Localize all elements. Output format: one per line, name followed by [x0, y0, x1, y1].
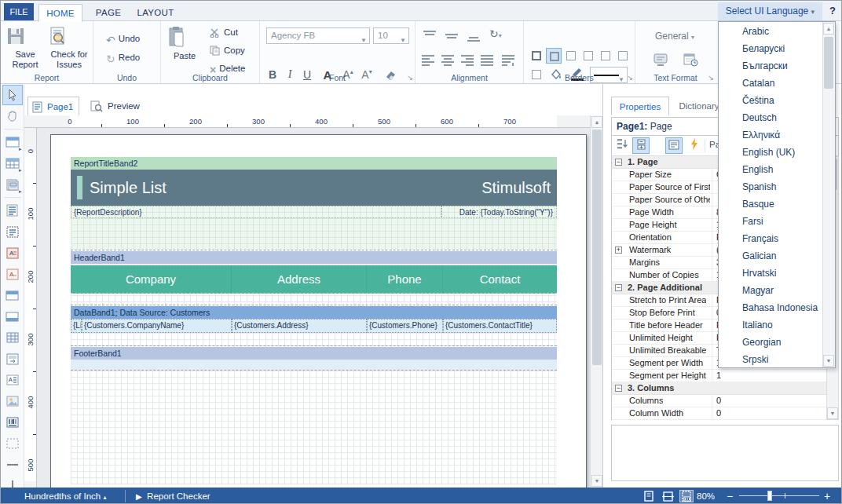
language-menu-item[interactable]: Deutsch	[719, 109, 822, 126]
report-title-text[interactable]: Simple List	[90, 170, 167, 206]
language-menu-item[interactable]: Български	[719, 57, 822, 75]
language-menu-item[interactable]: Ελληνικά	[719, 126, 822, 144]
scrollbar-thumb[interactable]	[824, 37, 833, 89]
tab-page1[interactable]: Page1	[27, 97, 79, 115]
text-format-dialog-launcher-icon[interactable]: ↘	[708, 74, 714, 82]
text-condition-button[interactable]	[653, 53, 668, 70]
align-left-icon[interactable]	[422, 54, 434, 65]
date-cell[interactable]: Date: {Today.ToString("Y")}	[441, 206, 557, 218]
language-menu-item[interactable]: English (UK)	[719, 144, 822, 161]
borders-dialog-launcher-icon[interactable]: ↘	[627, 74, 633, 82]
html-text-tool[interactable]: A	[2, 264, 23, 284]
property-value[interactable]: 0	[716, 396, 721, 405]
language-menu-item[interactable]: Magyar	[719, 282, 822, 299]
header-band-header[interactable]: HeaderBand1	[71, 251, 557, 264]
data-cell-line[interactable]: {Line}	[71, 319, 82, 333]
text-in-cells-tool[interactable]: A	[2, 370, 23, 390]
scroll-up-icon[interactable]: ▲	[823, 23, 834, 35]
language-menu-item[interactable]: Bahasa Indonesia	[719, 299, 822, 316]
border-outside-button[interactable]	[546, 48, 562, 64]
select-ui-language-button[interactable]: Select UI Language ▾	[718, 2, 822, 20]
hand-tool[interactable]	[2, 106, 23, 126]
tab-properties[interactable]: Properties	[611, 97, 669, 115]
text-tool[interactable]	[2, 200, 23, 221]
language-menu-item[interactable]: Galician	[719, 247, 822, 265]
report-title-band-header[interactable]: ReportTitleBand2	[71, 157, 557, 170]
align-middle-icon[interactable]	[445, 31, 458, 42]
property-row[interactable]: Columns0	[612, 395, 826, 407]
language-menu-item[interactable]: Spanish	[719, 178, 822, 195]
header-cell-company[interactable]: Company	[71, 265, 232, 294]
align-center-icon[interactable]	[441, 54, 454, 65]
components-menu-tool[interactable]: ▸	[2, 174, 23, 195]
zoom-in-button[interactable]: +	[824, 488, 830, 504]
language-menu-item[interactable]: Беларускі	[719, 40, 822, 57]
bands-menu-tool[interactable]: ▸	[2, 132, 23, 152]
language-menu-item[interactable]: Hrvatski	[719, 265, 822, 282]
language-menu-item[interactable]: Français	[719, 230, 822, 247]
property-row[interactable]: Segment per Height1	[612, 370, 826, 382]
undo-button[interactable]: ↶Undo	[106, 34, 140, 46]
footer-band-area[interactable]	[71, 360, 557, 371]
file-menu-button[interactable]: FILE	[4, 3, 34, 20]
word-wrap-icon[interactable]	[502, 54, 514, 65]
select-tool[interactable]	[2, 85, 23, 105]
date-format-button[interactable]	[683, 53, 698, 70]
data-cell-contact-title[interactable]: {Customers.ContactTitle}	[443, 319, 557, 333]
rich-text-tool[interactable]: A	[2, 243, 23, 263]
language-menu-item[interactable]: Arabic	[719, 23, 822, 40]
property-value[interactable]: 1	[716, 371, 721, 380]
language-menu-item[interactable]: English	[719, 161, 822, 178]
sort-categorized-button[interactable]	[632, 137, 650, 154]
help-button[interactable]: ?	[826, 3, 839, 19]
data-cell-address[interactable]: {Customers.Address}	[232, 319, 367, 333]
border-left-button[interactable]	[598, 48, 613, 64]
design-canvas[interactable]: ReportTitleBand2 Simple List Stimulsoft …	[37, 128, 590, 488]
sort-alphabetical-button[interactable]	[613, 137, 631, 154]
border-bottom-button[interactable]	[580, 48, 596, 64]
property-row[interactable]: Column Width0	[612, 407, 826, 420]
report-page[interactable]: ReportTitleBand2 Simple List Stimulsoft …	[50, 134, 587, 488]
copy-button[interactable]: Copy	[210, 46, 245, 57]
data-cell-phone[interactable]: {Customers.Phone}	[367, 319, 443, 333]
text-box-tool[interactable]	[2, 221, 23, 242]
align-bottom-icon[interactable]	[467, 31, 480, 42]
check-for-issues-button[interactable]: Check for Issues	[48, 24, 90, 70]
text-rotation-button[interactable]: ↻▾	[489, 27, 502, 40]
report-description-cell[interactable]: {ReportDescription}	[71, 206, 441, 218]
text-format-combo[interactable]: General ▾	[635, 31, 714, 42]
data-cell-company-name[interactable]: {Customers.CompanyName}	[82, 319, 232, 333]
sub-report-tool[interactable]	[2, 349, 23, 369]
horizontal-line-tool[interactable]	[2, 455, 23, 475]
font-size-combo[interactable]: 10▼	[373, 27, 409, 44]
tab-page[interactable]: PAGE	[89, 4, 128, 21]
tab-home[interactable]: HOME	[38, 4, 82, 22]
language-menu-item[interactable]: Čeština	[719, 92, 822, 109]
show-description-button[interactable]	[665, 137, 683, 154]
zoom-level-value[interactable]: 80%	[697, 488, 715, 504]
barcode-tool[interactable]	[2, 412, 23, 433]
language-menu-scrollbar[interactable]: ▲ ▼	[822, 22, 835, 367]
units-selector[interactable]: Hundredths of Inch ▴	[24, 488, 106, 504]
language-menu-item[interactable]: Basque	[719, 195, 822, 213]
property-category-row[interactable]: −3. Columns	[612, 382, 826, 395]
border-top-button[interactable]	[563, 48, 579, 64]
data-band-header[interactable]: DataBand1; Data Source: Customers	[71, 306, 557, 319]
paste-button[interactable]: Paste	[167, 24, 202, 61]
collapse-icon[interactable]: −	[615, 385, 622, 392]
font-dialog-launcher-icon[interactable]: ↘	[407, 74, 413, 82]
header-cell-address[interactable]: Address	[232, 265, 367, 294]
collapse-icon[interactable]: −	[615, 284, 622, 291]
language-menu-item[interactable]: Georgian	[719, 334, 822, 351]
view-page-width-button[interactable]	[661, 490, 675, 502]
align-top-icon[interactable]	[423, 31, 436, 42]
panel-tool[interactable]	[2, 433, 23, 454]
view-zoom-100-button[interactable]	[679, 490, 694, 502]
cut-button[interactable]: Cut	[210, 27, 238, 39]
header-rect-tool[interactable]	[2, 285, 23, 305]
language-menu-item[interactable]: Srpski	[719, 351, 822, 368]
canvas-vertical-scrollbar[interactable]: ▲ ▼	[590, 115, 602, 488]
events-button[interactable]	[686, 137, 703, 154]
zoom-out-button[interactable]: −	[727, 488, 733, 504]
border-all-button[interactable]	[529, 48, 544, 64]
